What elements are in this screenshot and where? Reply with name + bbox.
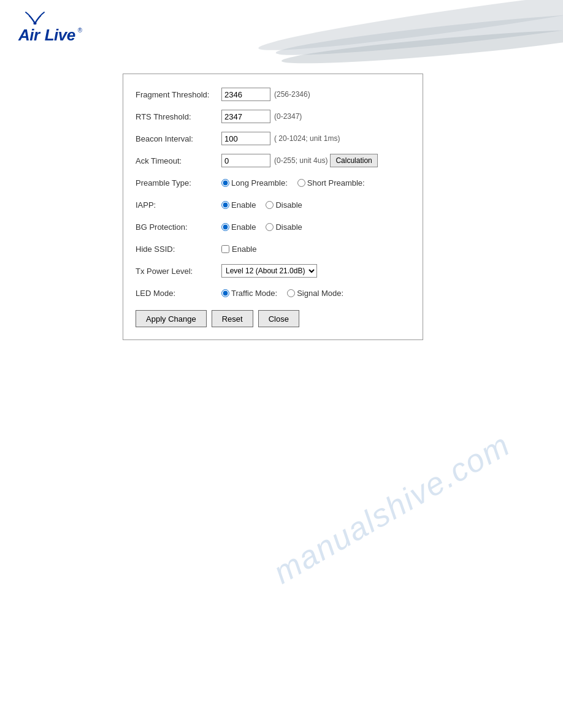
bg-enable-label[interactable]: Enable bbox=[221, 222, 256, 232]
beacon-interval-row: Beacon Interval: ( 20-1024; unit 1ms) bbox=[136, 131, 407, 146]
hide-ssid-checkbox[interactable] bbox=[221, 245, 229, 253]
bg-protection-row: BG Protection: Enable Disable bbox=[136, 219, 407, 235]
swoosh-decoration bbox=[195, 0, 563, 67]
fragment-threshold-input[interactable] bbox=[221, 88, 270, 101]
tx-power-label: Tx Power Level: bbox=[136, 267, 221, 276]
fragment-threshold-row: Fragment Threshold: (256-2346) bbox=[136, 86, 407, 102]
ack-timeout-row: Ack Timeout: (0-255; unit 4us) Calculati… bbox=[136, 153, 407, 169]
bg-enable-radio[interactable] bbox=[221, 223, 229, 231]
preamble-long-label[interactable]: Long Preamble: bbox=[221, 178, 288, 188]
iapp-label: IAPP: bbox=[136, 200, 221, 210]
iapp-row: IAPP: Enable Disable bbox=[136, 197, 407, 213]
led-traffic-text: Traffic Mode: bbox=[231, 289, 277, 298]
iapp-enable-radio[interactable] bbox=[221, 201, 229, 209]
iapp-enable-label[interactable]: Enable bbox=[221, 200, 256, 210]
preamble-type-label: Preamble Type: bbox=[136, 178, 221, 188]
bg-disable-label[interactable]: Disable bbox=[266, 222, 302, 232]
iapp-disable-label[interactable]: Disable bbox=[266, 200, 302, 210]
iapp-enable-text: Enable bbox=[231, 200, 256, 210]
wifi-arcs-icon bbox=[20, 11, 50, 25]
swoosh-svg bbox=[195, 0, 563, 67]
rts-threshold-row: RTS Threshold: (0-2347) bbox=[136, 108, 407, 124]
preamble-long-radio[interactable] bbox=[221, 179, 229, 187]
bg-enable-text: Enable bbox=[231, 222, 256, 232]
iapp-radio-group: Enable Disable bbox=[221, 200, 308, 210]
tx-power-level-row: Tx Power Level: Level 1 (About 6.0dB) Le… bbox=[136, 263, 407, 279]
ack-timeout-hint: (0-255; unit 4us) bbox=[274, 156, 327, 165]
led-mode-row: LED Mode: Traffic Mode: Signal Mode: bbox=[136, 285, 407, 301]
logo-area: Air Live ® bbox=[18, 11, 82, 45]
bg-disable-text: Disable bbox=[275, 222, 302, 232]
watermark: manualshive.com bbox=[267, 426, 516, 591]
logo-live-text: Live bbox=[45, 26, 75, 45]
preamble-long-text: Long Preamble: bbox=[231, 178, 288, 188]
preamble-short-text: Short Preamble: bbox=[307, 178, 365, 188]
iapp-disable-text: Disable bbox=[275, 200, 302, 210]
logo: Air Live ® bbox=[18, 26, 82, 45]
led-mode-label: LED Mode: bbox=[136, 289, 221, 298]
preamble-radio-group: Long Preamble: Short Preamble: bbox=[221, 178, 371, 188]
fragment-threshold-label: Fragment Threshold: bbox=[136, 90, 221, 99]
preamble-short-label[interactable]: Short Preamble: bbox=[297, 178, 365, 188]
logo-registered: ® bbox=[78, 27, 82, 34]
rts-threshold-hint: (0-2347) bbox=[274, 112, 302, 121]
led-signal-label[interactable]: Signal Mode: bbox=[287, 289, 343, 298]
led-traffic-radio[interactable] bbox=[221, 289, 229, 297]
led-traffic-label[interactable]: Traffic Mode: bbox=[221, 289, 277, 298]
ack-timeout-input[interactable] bbox=[221, 154, 270, 167]
reset-button[interactable]: Reset bbox=[212, 310, 253, 327]
logo-air-text: Air bbox=[18, 26, 40, 45]
rts-threshold-label: RTS Threshold: bbox=[136, 112, 221, 121]
tx-power-select[interactable]: Level 1 (About 6.0dB) Level 2 (About 9.0… bbox=[221, 264, 317, 278]
fragment-threshold-hint: (256-2346) bbox=[274, 90, 310, 99]
beacon-interval-hint: ( 20-1024; unit 1ms) bbox=[274, 134, 340, 143]
preamble-short-radio[interactable] bbox=[297, 179, 305, 187]
main-content: Fragment Threshold: (256-2346) RTS Thres… bbox=[0, 67, 563, 358]
calculation-button[interactable]: Calculation bbox=[330, 154, 377, 167]
hide-ssid-enable-text: Enable bbox=[232, 245, 256, 254]
close-button[interactable]: Close bbox=[258, 310, 299, 327]
rts-threshold-input[interactable] bbox=[221, 110, 270, 123]
led-signal-radio[interactable] bbox=[287, 289, 295, 297]
hide-ssid-row: Hide SSID: Enable bbox=[136, 241, 407, 257]
settings-panel: Fragment Threshold: (256-2346) RTS Thres… bbox=[123, 74, 423, 340]
bg-disable-radio[interactable] bbox=[266, 223, 274, 231]
bg-protection-label: BG Protection: bbox=[136, 222, 221, 232]
bg-protection-radio-group: Enable Disable bbox=[221, 222, 308, 232]
ack-timeout-label: Ack Timeout: bbox=[136, 156, 221, 165]
iapp-disable-radio[interactable] bbox=[266, 201, 274, 209]
beacon-interval-input[interactable] bbox=[221, 132, 270, 145]
led-mode-radio-group: Traffic Mode: Signal Mode: bbox=[221, 289, 350, 298]
apply-change-button[interactable]: Apply Change bbox=[136, 310, 207, 327]
preamble-type-row: Preamble Type: Long Preamble: Short Prea… bbox=[136, 175, 407, 191]
beacon-interval-label: Beacon Interval: bbox=[136, 134, 221, 143]
led-signal-text: Signal Mode: bbox=[297, 289, 343, 298]
action-buttons: Apply Change Reset Close bbox=[136, 310, 407, 327]
hide-ssid-label: Hide SSID: bbox=[136, 245, 221, 254]
hide-ssid-checkbox-label[interactable]: Enable bbox=[221, 245, 256, 254]
header: Air Live ® bbox=[0, 0, 563, 67]
